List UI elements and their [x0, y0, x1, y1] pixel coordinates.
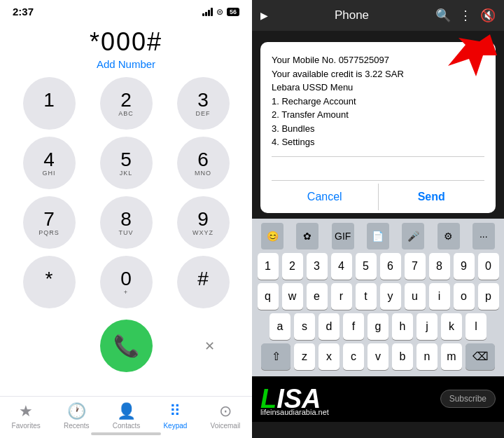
delete-icon: ✕ — [204, 338, 215, 354]
recents-icon: 🕐 — [67, 402, 86, 420]
svg-marker-0 — [448, 34, 497, 76]
kb-l[interactable]: l — [465, 313, 486, 340]
doc-key[interactable]: 📄 — [367, 223, 389, 249]
mic-key[interactable]: 🎤 — [402, 223, 424, 249]
key-1[interactable]: 1 — [23, 77, 76, 130]
kb-v[interactable]: v — [368, 343, 388, 370]
kb-b[interactable]: b — [392, 343, 413, 370]
nav-keypad-label: Keypad — [163, 422, 187, 430]
emoji-key[interactable]: 😊 — [261, 223, 284, 249]
kb-u[interactable]: u — [405, 283, 426, 310]
favorites-icon: ★ — [19, 402, 33, 420]
nav-contacts-label: Contacts — [113, 422, 140, 430]
dialed-number: *000# — [90, 27, 162, 57]
key-6[interactable]: 6 MNO — [177, 137, 230, 189]
key-0[interactable]: 0 + — [100, 256, 153, 308]
key-7[interactable]: 7 PQRS — [23, 196, 76, 249]
settings-key[interactable]: ⚙ — [438, 223, 460, 249]
ussd-menu3: 3. Bundles — [272, 122, 484, 136]
kb-f[interactable]: f — [343, 313, 364, 340]
kb-o[interactable]: o — [454, 283, 475, 310]
kb-p[interactable]: p — [478, 283, 499, 310]
nav-favorites[interactable]: ★ Favorites — [12, 402, 41, 430]
call-row: 📞 ✕ — [0, 320, 252, 372]
kb-q[interactable]: q — [258, 283, 279, 310]
keypad-grid: 1 2 ABC 3 DEF 4 GHI 5 JKL 6 MNO 7 PQRS 8 — [0, 77, 252, 308]
key-5[interactable]: 5 JKL — [100, 137, 153, 189]
nav-recents[interactable]: 🕐 Recents — [64, 402, 90, 430]
nav-voicemail-label: Voicemail — [211, 422, 241, 430]
kb-c[interactable]: c — [343, 343, 364, 370]
kb-e[interactable]: e — [307, 283, 328, 310]
kb-d[interactable]: d — [318, 313, 340, 340]
red-arrow — [441, 31, 497, 80]
kb-3[interactable]: 3 — [307, 253, 328, 280]
kb-backspace[interactable]: ⌫ — [465, 343, 495, 370]
kb-x[interactable]: x — [318, 343, 340, 370]
kb-shift[interactable]: ⇧ — [261, 343, 290, 370]
keyboard-area: 😊 ✿ GIF 📄 🎤 ⚙ ··· 1 2 3 4 5 6 7 8 9 0 q … — [252, 219, 504, 376]
call-button[interactable]: 📞 — [100, 320, 153, 372]
search-icon[interactable]: 🔍 — [435, 8, 451, 23]
ussd-menu4: 4. Settings — [272, 135, 484, 149]
nav-keypad[interactable]: ⠿ Keypad — [163, 402, 187, 430]
kb-0[interactable]: 0 — [478, 253, 499, 280]
voicemail-icon: ⊙ — [219, 402, 232, 420]
key-2[interactable]: 2 ABC — [100, 77, 153, 130]
status-bar: 2:37 ⊜ 56 — [0, 0, 252, 20]
key-hash[interactable]: # — [177, 256, 230, 308]
status-time: 2:37 — [13, 6, 34, 18]
kb-qwerty-row: q w e r t y u i o p — [255, 283, 501, 310]
kb-g[interactable]: g — [368, 313, 388, 340]
kb-8[interactable]: 8 — [429, 253, 450, 280]
kb-7[interactable]: 7 — [405, 253, 426, 280]
more-icon[interactable]: ⋮ — [459, 8, 472, 23]
key-4[interactable]: 4 GHI — [23, 137, 76, 189]
kb-n[interactable]: n — [416, 343, 438, 370]
kb-w[interactable]: w — [282, 283, 303, 310]
kb-h[interactable]: h — [392, 313, 413, 340]
kb-9[interactable]: 9 — [454, 253, 475, 280]
delete-button[interactable]: ✕ — [195, 331, 225, 362]
kb-6[interactable]: 6 — [380, 253, 401, 280]
sticker-key[interactable]: ✿ — [296, 223, 318, 249]
ussd-menu2: 2. Transfer Amount — [272, 108, 484, 122]
key-8[interactable]: 8 TUV — [100, 196, 153, 249]
battery-badge: 56 — [227, 8, 239, 16]
key-9[interactable]: 9 WXYZ — [177, 196, 230, 249]
kb-y[interactable]: y — [380, 283, 401, 310]
ussd-actions: Cancel Send — [272, 180, 484, 213]
key-3[interactable]: 3 DEF — [177, 77, 230, 130]
speaker-icon[interactable]: 🔇 — [480, 8, 496, 23]
add-number-link[interactable]: Add Number — [97, 58, 155, 70]
kb-1[interactable]: 1 — [258, 253, 279, 280]
lisa-watermark: LISA lifeinsaudiarabia.net Subscribe — [252, 376, 504, 422]
kb-a[interactable]: a — [270, 313, 290, 340]
header-icons: 🔍 ⋮ 🔇 — [435, 8, 496, 23]
kb-z[interactable]: z — [294, 343, 315, 370]
kb-4[interactable]: 4 — [331, 253, 352, 280]
kb-5[interactable]: 5 — [356, 253, 377, 280]
bottom-nav: ★ Favorites 🕐 Recents 👤 Contacts ⠿ Keypa… — [0, 396, 252, 438]
ussd-line3: Lebara USSD Menu — [272, 81, 484, 95]
send-button[interactable]: Send — [379, 184, 485, 210]
kb-j[interactable]: j — [416, 313, 438, 340]
kb-s[interactable]: s — [294, 313, 315, 340]
kb-t[interactable]: t — [356, 283, 377, 310]
kb-m[interactable]: m — [441, 343, 462, 370]
subscribe-button[interactable]: Subscribe — [440, 390, 496, 408]
kb-2[interactable]: 2 — [282, 253, 303, 280]
ussd-input-field[interactable] — [272, 157, 484, 180]
nav-recents-label: Recents — [64, 422, 90, 430]
status-icons: ⊜ 56 — [202, 7, 239, 17]
key-star[interactable]: * — [23, 256, 76, 308]
more-key[interactable]: ··· — [472, 223, 495, 249]
kb-i[interactable]: i — [429, 283, 450, 310]
nav-contacts[interactable]: 👤 Contacts — [113, 402, 140, 430]
signal-icon — [202, 8, 213, 16]
nav-voicemail[interactable]: ⊙ Voicemail — [211, 402, 241, 430]
kb-r[interactable]: r — [331, 283, 352, 310]
kb-k[interactable]: k — [441, 313, 462, 340]
cancel-button[interactable]: Cancel — [272, 184, 378, 210]
gif-key[interactable]: GIF — [332, 223, 354, 249]
